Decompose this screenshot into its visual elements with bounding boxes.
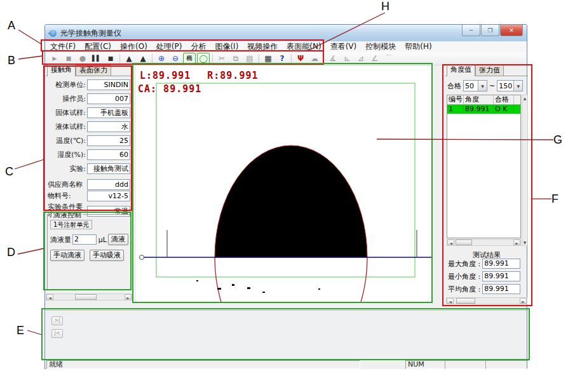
step-forward-button[interactable]: >| [51,316,63,325]
play-icon[interactable]: ▶ [48,53,61,65]
left-panel-hscrollbar[interactable]: ◄ ► [46,294,132,301]
cell-extra [514,105,520,114]
menu-process[interactable]: 处理(P) [152,41,187,52]
avg-angle-field[interactable]: 89.991 [482,284,520,294]
chevron-down-icon[interactable]: ▼ [513,81,522,91]
angle-tool-icon[interactable]: ∡ [327,53,339,65]
material-no-field[interactable]: v12-5 [87,191,130,201]
max-angle-combobox[interactable]: 150 ▼ [497,80,523,91]
min-angle-value: 50 [464,82,478,90]
circle-fit-button[interactable]: ◯ [197,53,210,65]
detect-unit-field[interactable]: SINDIN [87,79,130,90]
scroll-right-icon[interactable]: ► [125,294,132,300]
tab-tension-values[interactable]: 张力值 [475,65,504,76]
field-label: 实验: [69,164,86,173]
scroll-thumb[interactable] [456,298,475,304]
menu-view[interactable]: 查看(V) [326,41,362,52]
paste-icon[interactable]: ▤ [243,53,256,65]
menu-analyze[interactable]: 分析 [186,41,210,52]
hand-icon[interactable]: Ψ [294,53,307,65]
manual-suck-button[interactable]: 手动吸液 [90,250,124,261]
results-hscrollbar[interactable]: ◄ ► [446,297,527,304]
toolbar-separator [152,54,152,63]
record-icon[interactable]: ● [76,53,89,65]
menu-config[interactable]: 配置(C) [80,41,116,52]
angle-tool-icon[interactable]: ⊾ [341,53,353,65]
table-hscrollbar[interactable]: ◄ ► [447,239,521,246]
humidity-field[interactable]: 60 [87,149,130,160]
menu-image[interactable]: 图像(I) [210,41,243,52]
tab-contact-angle[interactable]: 接触角 [47,64,76,76]
menu-control-module[interactable]: 控制模块 [361,41,400,52]
speck [196,280,198,281]
min-angle-field[interactable]: 89.991 [482,271,520,281]
drop-button[interactable]: 滴液 [108,234,128,245]
solid-sample-field[interactable]: 手机盖板 [87,107,130,118]
supplier-field[interactable]: ddd [87,179,130,190]
scroll-thumb[interactable] [456,240,472,245]
speck [232,284,234,286]
scroll-left-icon[interactable]: ◄ [447,298,454,304]
frame-icon[interactable]: ■ [104,53,117,65]
ellipse-fit-button[interactable]: 椭 [183,53,196,65]
scroll-left-icon[interactable]: ◄ [447,240,454,245]
minimize-button[interactable]: ─ [462,25,480,36]
menu-help[interactable]: 帮助(H) [400,41,436,52]
scroll-left-icon[interactable]: ◄ [46,294,53,300]
scroll-up-icon[interactable]: ▲ [524,96,527,100]
scroll-right-icon[interactable]: ► [513,240,520,245]
snapshot-icon[interactable]: ▲ [137,53,149,65]
copy-icon[interactable]: ⧉ [229,53,242,65]
angle-tool-icon[interactable]: ⌒ [382,53,395,65]
toolbar-separator [259,54,259,63]
menu-file[interactable]: 文件(F) [46,41,80,52]
timeline-panel: >| |< [46,310,527,360]
menu-video-ops[interactable]: 视频操作 [243,41,282,52]
stop-icon[interactable]: ■ [62,53,75,65]
drop-volume-field[interactable]: 2 [72,234,97,245]
chevron-down-icon[interactable]: ▼ [478,81,487,91]
max-angle-field[interactable]: 89.991 [482,259,520,269]
field-row: 物料号:v12-5 [46,191,133,201]
maximize-button[interactable]: ❐ [481,25,499,36]
angle-tool-icon[interactable]: ∠ [369,53,381,65]
print-icon[interactable]: ▦ [262,53,274,65]
cut-icon[interactable]: ✂ [215,53,228,65]
close-button[interactable]: ✕ [500,25,523,36]
window-title: 光学接触角测量仪 [60,28,121,39]
tab-surface-tension[interactable]: 表面张力 [76,65,111,76]
cloud-icon[interactable]: ☁ [308,53,321,65]
step-back-button[interactable]: |< [51,329,63,338]
liquid-sample-field[interactable]: 水 [87,121,130,132]
right-tabstrip: 角度值 张力值 [445,65,528,76]
min-angle-combobox[interactable]: 50 ▼ [463,80,487,91]
result-row: 最小角度 : 89.991 [448,271,520,281]
status-pane [445,360,487,369]
tab-angle-values[interactable]: 角度值 [447,64,475,76]
angle-results-table[interactable]: 编号 角度 合格 1 89.991 O K [447,95,521,238]
scroll-down-icon[interactable]: ▼ [524,240,527,245]
status-ready: 就绪 [46,360,360,369]
menu-surface-energy[interactable]: 表面能(N) [282,41,325,52]
experiment-field[interactable]: 接触角测试 [87,163,130,174]
temperature-field[interactable]: 25 [87,135,130,146]
status-bar: 就绪 NUM [46,360,527,369]
operator-field[interactable]: 007 [87,93,130,104]
injection-unit-tab[interactable]: 1号注射单元 [50,220,92,229]
help-icon[interactable]: ? [276,53,288,65]
speck [262,292,265,293]
video-frame[interactable]: L:89.991 R:89.991 CA: 89.991 [136,66,433,302]
cell-id: 1 [447,105,464,114]
manual-drop-button[interactable]: 手动滴液 [50,250,85,261]
zoom-in-icon[interactable]: ⊕ [155,53,168,65]
angle-tool-icon[interactable]: ⊿ [355,53,367,65]
snapshot-icon[interactable]: ▲ [123,53,135,65]
table-vscrollbar[interactable]: ▲ ▼ [522,95,528,246]
field-row: 固体试样:手机盖板 [46,107,133,118]
table-row[interactable]: 1 89.991 O K [447,105,520,114]
scroll-right-icon[interactable]: ► [520,298,527,304]
scroll-thumb[interactable] [75,294,97,300]
pause-icon[interactable]: ▌▌ [90,53,103,65]
menu-operate[interactable]: 操作(O) [116,41,152,52]
zoom-out-icon[interactable]: ⊖ [169,53,182,65]
